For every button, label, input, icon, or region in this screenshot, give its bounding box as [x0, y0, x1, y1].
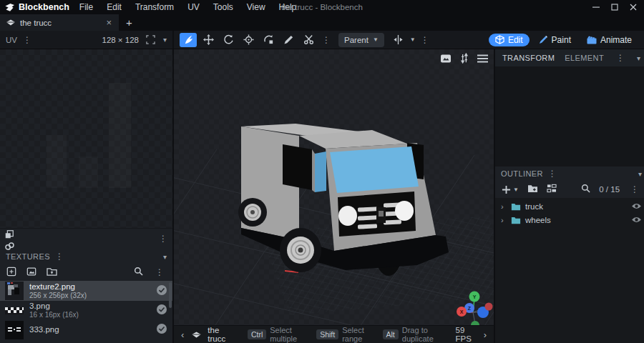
texture-enabled-icon[interactable] — [156, 304, 167, 317]
uv-side-toolbar: ⋮ — [0, 228, 172, 249]
menu-uv[interactable]: UV — [187, 2, 200, 12]
tab-close-icon[interactable]: × — [104, 17, 113, 28]
outliner-collapse-icon[interactable]: ▾ — [638, 170, 642, 178]
select-tool-button[interactable] — [180, 33, 197, 47]
visibility-eye-icon[interactable] — [631, 202, 642, 210]
texture-enabled-icon[interactable] — [156, 284, 167, 298]
texture-row[interactable]: texture2.png 256 x 256px (32x) — [0, 281, 172, 301]
mode-switcher: Edit Paint Animate — [483, 34, 644, 46]
search-textures-icon[interactable] — [134, 267, 143, 278]
menu-list: File Edit Transform UV Tools View Help — [79, 2, 296, 12]
pivot-tool-button[interactable] — [240, 33, 257, 47]
toolbar: UV ⋮ 128 × 128 ▾ ⋮ Parent ▼ ▼ ⋮ — [0, 31, 644, 49]
uv-side-menu-icon[interactable]: ⋮ — [157, 234, 170, 243]
viewport-settings-icon[interactable] — [459, 53, 469, 64]
add-element-button[interactable]: ▼ — [502, 185, 519, 194]
textures-toolbar-menu-icon[interactable]: ⋮ — [153, 268, 166, 277]
vertex-snap-tool-button[interactable] — [260, 33, 277, 47]
textures-menu-icon[interactable]: ⋮ — [53, 252, 66, 261]
menu-help[interactable]: Help — [279, 2, 297, 12]
toolbar-overflow-icon[interactable]: ⋮ — [320, 36, 333, 44]
textures-title: TEXTURES — [6, 252, 50, 261]
search-outliner-icon[interactable] — [581, 184, 590, 195]
expand-icon[interactable]: › — [501, 202, 507, 211]
mode-paint-button[interactable]: Paint — [532, 34, 577, 46]
close-icon[interactable] — [630, 4, 637, 11]
uv-collapse-icon[interactable]: ▾ — [163, 36, 167, 44]
outliner-menu-icon[interactable]: ⋮ — [546, 169, 559, 178]
mode-animate-button[interactable]: Animate — [580, 34, 638, 46]
outliner-header: OUTLINER ⋮ ▾ — [495, 166, 644, 181]
front-wheel — [280, 228, 321, 272]
screenshot-icon[interactable] — [440, 54, 452, 64]
group-name: wheels — [525, 216, 627, 224]
outliner-row-truck[interactable]: › truck — [495, 199, 644, 213]
mode-edit-button[interactable]: Edit — [489, 34, 530, 46]
scene-canvas[interactable]: Z X Y — [174, 49, 494, 325]
import-texture-icon[interactable] — [26, 267, 36, 279]
scissors-tool-button[interactable] — [300, 33, 317, 47]
textures-toolbar: ⋮ — [0, 264, 172, 281]
rotate-tool-button[interactable] — [220, 33, 237, 47]
texture-row[interactable]: 333.png — [0, 320, 172, 339]
menu-edit[interactable]: Edit — [107, 2, 122, 12]
mirror-tool-button[interactable] — [390, 33, 407, 47]
window-controls — [592, 4, 640, 11]
copy-uv-icon[interactable] — [4, 229, 168, 242]
rotation-space-dropdown[interactable]: Parent ▼ — [338, 33, 384, 47]
tab-transform[interactable]: TRANSFORM — [502, 54, 555, 62]
maximize-icon[interactable] — [611, 4, 618, 11]
menu-tools[interactable]: Tools — [213, 2, 233, 12]
uv-editor-canvas[interactable] — [0, 49, 172, 228]
visibility-eye-icon[interactable] — [631, 216, 642, 224]
chevron-left-icon[interactable]: ‹ — [180, 329, 185, 340]
main-area: ⋮ TEXTURES ⋮ ▾ ⋮ — [0, 49, 644, 343]
create-texture-icon[interactable] — [6, 267, 16, 279]
cube-icon — [495, 35, 504, 44]
transform-collapse-icon[interactable]: ▾ — [637, 54, 640, 62]
gizmo-neg-x-ball — [485, 303, 493, 311]
project-tab[interactable]: the trucc × — [0, 14, 119, 31]
sort-outliner-icon[interactable] — [547, 184, 557, 195]
right-panel: TRANSFORM ELEMENT ⋮ ▾ OUTLINER ⋮ ▾ ▼ — [494, 49, 644, 343]
rear-wheel — [238, 198, 267, 227]
texture-list-scrollbar[interactable] — [169, 282, 172, 308]
chevron-down-icon: ▼ — [373, 36, 379, 43]
add-element-dropdown-icon: ▼ — [513, 187, 519, 193]
chevron-right-icon[interactable]: › — [482, 329, 488, 340]
brush-tool-button[interactable] — [280, 33, 297, 47]
new-tab-button[interactable]: + — [119, 14, 140, 31]
import-folder-icon[interactable] — [47, 267, 57, 278]
blockbench-logo-icon — [4, 3, 15, 12]
texture-enabled-icon[interactable] — [156, 323, 167, 337]
viewport-column: Z X Y ‹ the trucc Ctrl — [174, 49, 494, 343]
link-uv-icon[interactable] — [4, 242, 168, 253]
textures-collapse-icon[interactable]: ▾ — [163, 253, 167, 261]
texture-name: 3.png — [29, 302, 150, 311]
project-tab-label: the trucc — [20, 19, 100, 27]
outliner-toolbar-menu-icon[interactable]: ⋮ — [628, 185, 641, 194]
menu-file[interactable]: File — [79, 2, 93, 12]
texture-row[interactable]: 3.png 16 x 16px (16x) — [0, 301, 172, 320]
texture-thumbnail — [5, 321, 24, 339]
3d-viewport[interactable]: Z X Y — [174, 49, 494, 325]
viewport-menu-icon[interactable] — [477, 54, 488, 63]
expand-icon[interactable]: › — [501, 216, 507, 224]
menubar: Blockbench File Edit Transform UV Tools … — [0, 0, 644, 14]
uv-texture-preview — [0, 49, 174, 228]
mirror-menu-icon[interactable]: ⋮ — [419, 36, 431, 44]
add-group-icon[interactable] — [527, 184, 538, 195]
frame-uv-icon[interactable] — [142, 33, 160, 47]
menu-view[interactable]: View — [247, 2, 265, 12]
element-menu-icon[interactable]: ⋮ — [614, 54, 627, 62]
menu-transform[interactable]: Transform — [135, 2, 174, 12]
mirror-dropdown-icon[interactable]: ▼ — [410, 36, 416, 43]
svg-text:Z: Z — [468, 306, 472, 311]
uv-menu-icon[interactable]: ⋮ — [21, 36, 34, 44]
move-tool-button[interactable] — [200, 33, 217, 47]
tab-element[interactable]: ELEMENT — [565, 54, 604, 62]
key-badge: Alt — [383, 329, 399, 339]
minimize-icon[interactable] — [592, 4, 600, 11]
project-icon — [6, 19, 16, 26]
outliner-row-wheels[interactable]: › wheels — [495, 213, 644, 227]
